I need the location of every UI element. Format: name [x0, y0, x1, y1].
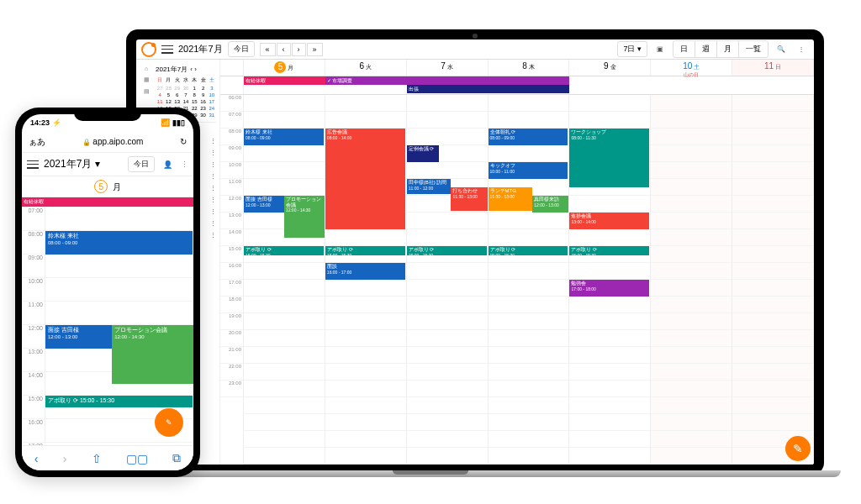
laptop-notch	[393, 470, 468, 475]
calendar-event[interactable]: アポ取り ⟳15:00 - 15:30	[325, 246, 405, 255]
view-month[interactable]: 月	[716, 41, 738, 57]
calendar-event[interactable]: アポ取り ⟳15:00 - 15:30	[407, 246, 487, 255]
today-button[interactable]: 今日	[128, 156, 155, 172]
app-screen: 2021年7月 今日 « ‹ › » 7日 ▾ ▣ 日 週 月 一覧 🔍 ⋮ ⌂…	[136, 39, 814, 465]
calendar-event[interactable]: ランチMTG11:30 - 13:00	[489, 187, 533, 211]
app-logo-icon	[141, 42, 156, 57]
day-header[interactable]: 10土山の日	[651, 60, 732, 76]
mini-month-header: 2021年7月 ‹ ›	[156, 63, 216, 76]
calendar-event[interactable]: 鈴木様 来社08:00 - 09:00	[244, 129, 324, 145]
allday-event[interactable]: ✓ 市場調査	[325, 76, 570, 85]
laptop-base	[109, 470, 841, 477]
calendar-event[interactable]: 打ち合わせ11:30 - 13:00	[451, 187, 487, 211]
view-day[interactable]: 日	[673, 41, 695, 57]
calendar-event[interactable]: プロモーション会議12:00 - 14:30	[112, 325, 193, 384]
days-header: 5月6火7水8木9金10土山の日11日	[220, 60, 814, 76]
allday-event[interactable]: 出張	[407, 85, 570, 93]
browser-url-bar: ぁあ 🔒 app.aipo.com ↻	[22, 131, 193, 153]
day-column[interactable]: 広告会議08:00 - 14:00アポ取り ⟳15:00 - 15:30面談16…	[325, 95, 407, 465]
browser-nav: ‹ › ⇧ ▢▢ ⧉	[22, 445, 193, 470]
phone-day-header: 5 月	[22, 176, 193, 197]
phone-header: 2021年7月 ▾ 今日 👤 ⋮	[22, 153, 193, 176]
bookmarks-icon[interactable]: ▢▢	[126, 452, 148, 465]
nav-last[interactable]: »	[307, 43, 323, 56]
month-title: 2021年7月	[178, 43, 223, 55]
calendar-event[interactable]: 定例会議 ⟳	[407, 145, 439, 162]
text-size[interactable]: ぁあ	[29, 136, 45, 148]
allday-event[interactable]: 有給休暇	[244, 76, 325, 85]
url-text: 🔒 app.aipo.com	[82, 137, 144, 146]
grid-icon[interactable]: ▤	[144, 88, 150, 95]
calendar-event[interactable]: アポ取り ⟳15:00 - 15:30	[569, 246, 649, 255]
menu-icon[interactable]	[27, 160, 39, 169]
calendar-event[interactable]: アポ取り ⟳15:00 - 15:30	[489, 246, 568, 255]
calendar-event[interactable]: 真田様来訪12:00 - 13:00	[532, 196, 568, 213]
today-button[interactable]: 今日	[228, 41, 255, 57]
nav-group: « ‹ › »	[260, 43, 323, 56]
back-icon[interactable]: ‹	[34, 452, 39, 465]
calendar-event[interactable]: 全体朝礼 ⟳08:00 - 09:00	[489, 129, 568, 145]
day-header[interactable]: 5月	[244, 60, 325, 76]
allday-row: 有給休暇✓ 市場調査出張	[220, 76, 814, 95]
compose-fab[interactable]: ✎	[155, 408, 183, 437]
day-column[interactable]: 全体朝礼 ⟳08:00 - 09:00キックオフ10:00 - 11:00ランチ…	[489, 95, 570, 465]
calendar-event[interactable]: 面接 吉田様12:00 - 13:00	[244, 196, 284, 213]
calendar-event[interactable]: 面談16:00 - 17:00	[325, 263, 405, 280]
nav-prev[interactable]: ‹	[277, 43, 291, 56]
share-icon[interactable]: ⇧	[92, 452, 102, 465]
phone-notch	[74, 108, 141, 121]
phone-allday: 有給休暇	[22, 197, 193, 207]
day-column[interactable]	[651, 95, 732, 465]
day-header[interactable]: 9金	[569, 60, 651, 76]
calendar-event[interactable]: 勉強会17:00 - 18:00	[569, 280, 649, 297]
day-column[interactable]: 定例会議 ⟳田中様(B社) 訪問11:00 - 12:00打ち合わせ11:30 …	[407, 95, 489, 465]
compose-fab[interactable]: ✎	[785, 436, 811, 461]
forward-icon[interactable]: ›	[63, 452, 67, 465]
user-icon[interactable]: 👤	[160, 160, 176, 169]
phone-frame: 14:23 ⚡📶 ▮▮▯ ぁあ 🔒 app.aipo.com ↻ 2021年7月…	[15, 108, 200, 477]
calendar-main: 5月6火7水8木9金10土山の日11日 有給休暇✓ 市場調査出張 06:0007…	[220, 60, 814, 465]
day-column[interactable]	[732, 95, 814, 465]
day-column[interactable]: 鈴木様 来社08:00 - 09:00面接 吉田様12:00 - 13:00プロ…	[244, 95, 325, 465]
lock-icon: 🔒	[82, 139, 91, 146]
laptop-frame: 2021年7月 今日 « ‹ › » 7日 ▾ ▣ 日 週 月 一覧 🔍 ⋮ ⌂…	[126, 29, 824, 475]
calendar-event[interactable]: 鈴木様 来社08:00 - 09:00	[45, 231, 193, 255]
reload-icon[interactable]: ↻	[180, 137, 187, 146]
topbar: 2021年7月 今日 « ‹ › » 7日 ▾ ▣ 日 週 月 一覧 🔍 ⋮	[136, 39, 814, 60]
calendar-event[interactable]: キックオフ10:00 - 11:00	[489, 162, 568, 179]
day-column[interactable]: ワークショップ08:00 - 11:30進捗会議13:00 - 14:00アポ取…	[569, 95, 651, 465]
day-header[interactable]: 11日	[732, 60, 814, 76]
calendar-event[interactable]: アポ取り ⟳ 15:00 - 15:30	[45, 396, 193, 407]
camera-dot	[473, 34, 478, 39]
calendar-event[interactable]: 面接 吉田様12:00 - 13:00	[45, 325, 112, 349]
view-week[interactable]: 週	[695, 41, 716, 57]
view-switcher: 日 週 月 一覧	[673, 40, 769, 58]
menu-icon[interactable]	[161, 45, 173, 54]
search-icon[interactable]: 🔍	[774, 42, 789, 57]
calendar-event[interactable]: 進捗会議13:00 - 14:00	[569, 213, 649, 229]
calendar-event[interactable]: アポ取り ⟳15:00 - 15:30	[244, 246, 324, 255]
calendar-event[interactable]: ワークショップ08:00 - 11:30	[569, 129, 649, 187]
phone-grid: 07:0008:0009:0010:0011:0012:0013:0014:00…	[22, 207, 193, 443]
more-icon[interactable]: ⋮	[794, 42, 809, 57]
more-icon[interactable]: ⋮	[181, 160, 188, 169]
phone-screen: 14:23 ⚡📶 ▮▮▯ ぁあ 🔒 app.aipo.com ↻ 2021年7月…	[22, 114, 193, 470]
home-icon[interactable]: ⌂	[145, 66, 148, 71]
nav-first[interactable]: «	[260, 43, 276, 56]
day-header[interactable]: 6火	[325, 60, 407, 76]
calendar-event[interactable]: 広告会議08:00 - 14:00	[325, 129, 405, 229]
day-header[interactable]: 7水	[407, 60, 489, 76]
month-title[interactable]: 2021年7月 ▾	[44, 157, 123, 171]
view-list[interactable]: 一覧	[738, 41, 768, 57]
calendar-event[interactable]: プロモーション会議12:00 - 14:30	[284, 196, 325, 238]
day-header[interactable]: 8木	[489, 60, 570, 76]
nav-next[interactable]: ›	[292, 43, 306, 56]
time-grid: 06:0007:0008:0009:0010:0011:0012:0013:00…	[220, 95, 814, 465]
calendar-icon[interactable]: ▦	[144, 76, 150, 83]
calendar-event[interactable]: 田中様(B社) 訪問11:00 - 12:00	[407, 179, 452, 194]
range-dropdown[interactable]: 7日 ▾	[617, 41, 647, 57]
layers-icon[interactable]: ▣	[652, 42, 668, 57]
allday-event[interactable]: 有給休暇	[22, 197, 193, 207]
tabs-icon[interactable]: ⧉	[172, 451, 181, 465]
